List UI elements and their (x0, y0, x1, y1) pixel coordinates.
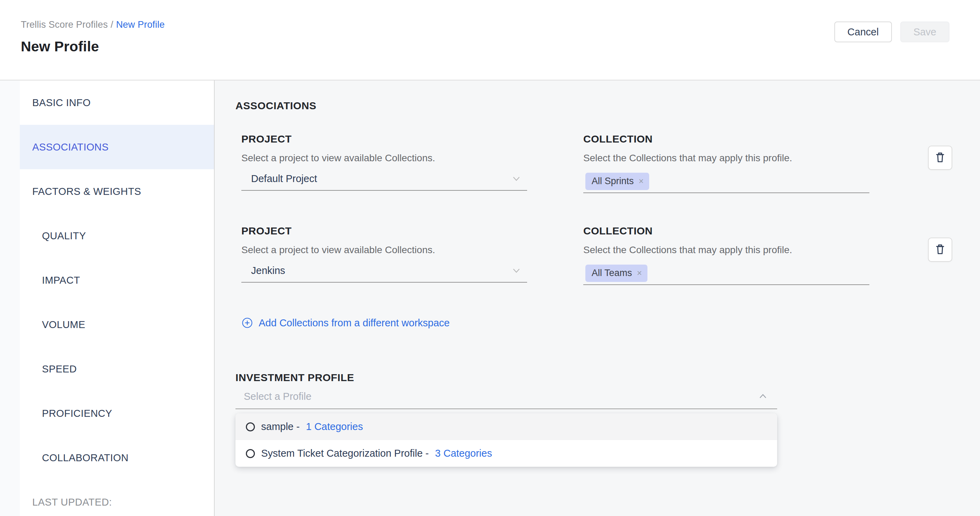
sidebar-item-collaboration[interactable]: COLLABORATION (20, 436, 214, 480)
collection-chip[interactable]: All Teams × (585, 264, 648, 282)
sidebar-item-speed[interactable]: SPEED (20, 347, 214, 391)
collection-label: COLLECTION (583, 225, 869, 237)
close-icon[interactable]: × (639, 177, 644, 186)
sidebar-item-basic-info[interactable]: BASIC INFO (20, 80, 214, 125)
add-collections-label: Add Collections from a different workspa… (259, 317, 450, 329)
collection-multiselect[interactable]: All Teams × (583, 264, 869, 285)
collection-field: COLLECTION Select the Collections that m… (583, 133, 869, 193)
investment-profile-select[interactable]: Select a Profile (235, 390, 777, 409)
project-select-value: Default Project (251, 173, 317, 185)
breadcrumb-parent-link[interactable]: Trellis Score Profiles (21, 19, 108, 30)
trash-icon (933, 151, 947, 165)
investment-profile-title: INVESTMENT PROFILE (235, 372, 952, 384)
project-field: PROJECT Select a project to view availab… (241, 225, 527, 283)
project-select-value: Jenkins (251, 265, 285, 276)
close-icon[interactable]: × (637, 269, 642, 277)
profile-option-categories-link[interactable]: 3 Categories (435, 448, 492, 459)
delete-association-button[interactable] (928, 237, 952, 262)
profile-option-categories-link[interactable]: 1 Categories (306, 421, 363, 432)
content-area: BASIC INFO ASSOCIATIONS FACTORS & WEIGHT… (0, 80, 980, 516)
associations-section-title: ASSOCIATIONS (235, 100, 952, 111)
chevron-down-icon (511, 264, 522, 276)
association-row: PROJECT Select a project to view availab… (241, 133, 952, 193)
project-select[interactable]: Jenkins (241, 264, 527, 283)
save-button[interactable]: Save (900, 21, 950, 42)
radio-button[interactable] (246, 422, 255, 432)
header-left: Trellis Score Profiles/New Profile New P… (0, 0, 165, 55)
delete-association-button[interactable] (928, 146, 952, 170)
collection-chip[interactable]: All Sprints × (585, 173, 649, 190)
collection-multiselect[interactable]: All Sprints × (583, 173, 869, 193)
project-label: PROJECT (241, 133, 527, 145)
profile-option-name: sample - (261, 421, 300, 432)
collection-field: COLLECTION Select the Collections that m… (583, 225, 869, 285)
project-select[interactable]: Default Project (241, 173, 527, 191)
investment-profile-placeholder: Select a Profile (244, 391, 312, 402)
radio-button[interactable] (246, 449, 255, 458)
project-hint: Select a project to view available Colle… (241, 153, 527, 164)
left-rail (0, 80, 20, 516)
sidebar-item-volume[interactable]: VOLUME (20, 303, 214, 347)
main-panel: ASSOCIATIONS PROJECT Select a project to… (215, 80, 980, 516)
collection-chip-label: All Sprints (592, 176, 634, 186)
sidebar-item-impact[interactable]: IMPACT (20, 258, 214, 303)
header-actions: Cancel Save (834, 21, 950, 42)
trash-icon (933, 243, 947, 256)
profile-option-name: System Ticket Categorization Profile - (261, 448, 429, 459)
sidebar-item-proficiency[interactable]: PROFICIENCY (20, 391, 214, 436)
profile-option[interactable]: sample -1 Categories (235, 413, 777, 440)
collection-label: COLLECTION (583, 133, 869, 145)
sidebar-item-associations[interactable]: ASSOCIATIONS (20, 125, 214, 169)
plus-circle-icon (241, 317, 253, 329)
association-row: PROJECT Select a project to view availab… (241, 225, 952, 285)
investment-profile-dropdown: sample -1 Categories System Ticket Categ… (235, 413, 777, 467)
sidebar-last-updated-label: LAST UPDATED: (20, 480, 214, 516)
sidebar-item-quality[interactable]: QUALITY (20, 213, 214, 258)
project-label: PROJECT (241, 225, 527, 237)
sidebar-item-factors-weights[interactable]: FACTORS & WEIGHTS (20, 169, 214, 213)
breadcrumb-current-link[interactable]: New Profile (116, 19, 165, 30)
collection-hint: Select the Collections that may apply th… (583, 244, 869, 256)
breadcrumb-separator: / (108, 19, 116, 30)
cancel-button[interactable]: Cancel (834, 21, 892, 42)
settings-sidebar: BASIC INFO ASSOCIATIONS FACTORS & WEIGHT… (20, 80, 215, 516)
investment-profile-field: Select a Profile sample -1 Categories Sy… (235, 390, 777, 409)
project-hint: Select a project to view available Colle… (241, 244, 527, 256)
add-collections-link[interactable]: Add Collections from a different workspa… (241, 317, 450, 329)
page-header: Trellis Score Profiles/New Profile New P… (0, 0, 980, 80)
profile-option[interactable]: System Ticket Categorization Profile -3 … (235, 440, 777, 467)
page-title: New Profile (21, 38, 165, 55)
collection-hint: Select the Collections that may apply th… (583, 153, 869, 164)
chevron-up-icon (757, 390, 769, 402)
project-field: PROJECT Select a project to view availab… (241, 133, 527, 191)
breadcrumb: Trellis Score Profiles/New Profile (21, 19, 165, 30)
chevron-down-icon (511, 173, 522, 185)
collection-chip-label: All Teams (592, 268, 632, 279)
